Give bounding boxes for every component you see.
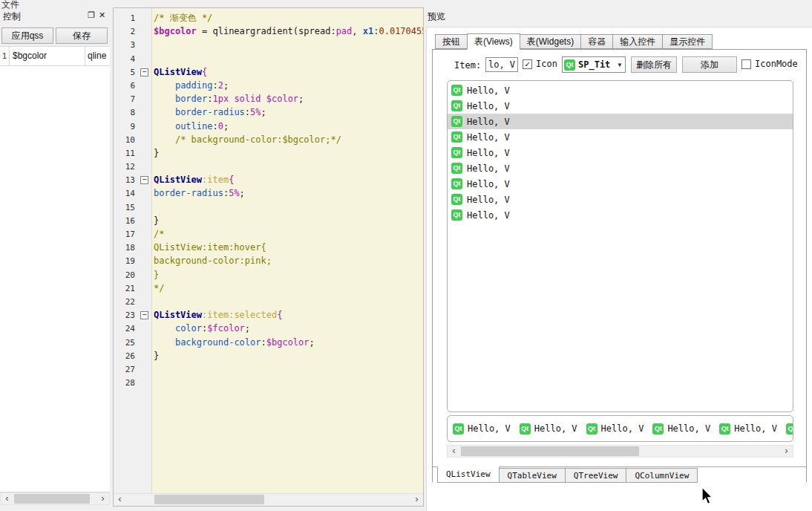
left-horizontal-scrollbar[interactable]: ‹ › xyxy=(0,492,110,505)
code-line[interactable]: 10 /* background-color:$bgcolor;*/ xyxy=(114,133,423,146)
view-type-tab[interactable]: QColumnView xyxy=(626,468,698,483)
code-line[interactable]: 7 border:1px solid $color; xyxy=(114,92,423,105)
scroll-right-arrow-icon[interactable]: › xyxy=(96,493,109,504)
list-item[interactable]: QtHello, V xyxy=(448,145,793,160)
checkbox-box[interactable] xyxy=(741,59,751,69)
list-item[interactable]: QtHello, V xyxy=(448,176,793,192)
code-line[interactable]: 27 xyxy=(114,362,423,376)
code-area[interactable]: 1/* 渐变色 */2$bgcolor = qlineargradient(sp… xyxy=(114,8,423,493)
code-line[interactable]: 8 border-radius:5%; xyxy=(114,105,423,119)
qss-code-editor[interactable]: 1/* 渐变色 */2$bgcolor = qlineargradient(sp… xyxy=(113,7,424,507)
code-line[interactable]: 3 xyxy=(114,38,423,51)
scroll-left-arrow-icon[interactable]: ‹ xyxy=(448,446,460,457)
list-item[interactable]: QtHello, V xyxy=(448,98,793,114)
list-item[interactable]: QtHello, V xyxy=(448,114,793,129)
code-line[interactable]: 24 color:$fcolor; xyxy=(114,322,423,335)
scroll-right-arrow-icon[interactable]: › xyxy=(410,494,423,506)
list-item[interactable]: QtHello, V xyxy=(652,423,710,434)
table-row[interactable]: 1 $bgcolor qline xyxy=(0,47,110,66)
preview-tab[interactable]: 表(Widgets) xyxy=(520,34,581,49)
qlistview-preview[interactable]: QtHello, VQtHello, VQtHello, VQtHello, V… xyxy=(447,80,793,412)
line-number: 14 xyxy=(114,187,137,201)
preview-tab[interactable]: 输入控件 xyxy=(612,34,663,49)
horizontal-listview-preview[interactable]: QtHello, VQtHello, VQtHello, VQtHello, V… xyxy=(447,415,793,442)
list-item[interactable]: QtHello, V xyxy=(448,207,793,223)
code-line[interactable]: 16} xyxy=(114,214,423,227)
code-line[interactable]: 14border-radius:5%; xyxy=(114,186,423,200)
code-line[interactable]: 12 xyxy=(114,160,423,173)
preview-tab[interactable]: 显示控件 xyxy=(662,34,713,49)
code-token: : xyxy=(261,337,266,348)
code-line[interactable]: 26} xyxy=(114,349,423,362)
view-type-tab[interactable]: QTableView xyxy=(499,468,566,483)
code-line[interactable]: 9 outline:0; xyxy=(114,120,423,133)
fold-marker-icon[interactable]: − xyxy=(140,176,148,184)
code-line[interactable]: 5−QListView{ xyxy=(114,65,423,79)
list-item[interactable]: QtHello, V xyxy=(448,129,793,145)
code-line[interactable]: 22 xyxy=(114,295,423,308)
code-line[interactable]: 11} xyxy=(114,146,423,160)
dock-close-icon[interactable]: ✕ xyxy=(99,10,105,20)
scrollbar-thumb[interactable] xyxy=(14,494,90,504)
list-item-label: Hello, V xyxy=(467,163,510,174)
list-item[interactable]: QtHello, V xyxy=(586,423,644,434)
iconmode-checkbox[interactable]: IconMode xyxy=(741,59,798,69)
code-line[interactable]: 28 xyxy=(114,376,423,389)
list-item[interactable]: QtHello, V xyxy=(448,160,793,176)
checkbox-box[interactable]: ✓ xyxy=(523,59,532,69)
list-item[interactable]: QtHello, V xyxy=(520,423,577,434)
code-text: outline:0; xyxy=(151,121,229,131)
preview-tab[interactable]: 按钮 xyxy=(435,34,468,49)
add-button[interactable]: 添加 xyxy=(682,56,737,73)
line-number: 17 xyxy=(114,228,137,241)
item-combobox[interactable]: lo, V xyxy=(485,57,518,72)
fold-marker-icon[interactable]: − xyxy=(140,311,148,319)
scrollbar-thumb[interactable] xyxy=(154,495,264,504)
code-token: x1 xyxy=(363,26,373,36)
code-token: : xyxy=(212,121,217,131)
code-token: outline xyxy=(175,121,213,131)
save-button[interactable]: 保存 xyxy=(56,27,108,44)
scrollbar-thumb[interactable] xyxy=(461,446,639,456)
icon-checkbox[interactable]: ✓ Icon xyxy=(523,59,557,69)
view-type-tab[interactable]: QTreeView xyxy=(565,468,627,483)
dock-float-icon[interactable]: ❐ xyxy=(88,10,95,20)
list-item-label: Hello, V xyxy=(467,179,510,189)
code-line[interactable]: 6 padding:2; xyxy=(114,79,423,92)
code-line[interactable]: 20} xyxy=(114,268,423,281)
code-line[interactable]: 25 background-color:$bgcolor; xyxy=(114,336,423,349)
code-line[interactable]: 15 xyxy=(114,201,423,214)
hlist-horizontal-scrollbar[interactable]: ‹ › xyxy=(447,445,793,458)
code-line[interactable]: 13−QListView:item{ xyxy=(114,173,423,186)
view-type-tab[interactable]: QListView xyxy=(437,466,500,483)
scroll-left-arrow-icon[interactable]: ‹ xyxy=(114,494,126,506)
code-text: QListView:item{ xyxy=(151,175,234,185)
sp-icon-combobox[interactable]: Qt SP_Tit ▼ xyxy=(562,56,626,73)
list-item[interactable]: QtHello, V xyxy=(786,423,793,434)
var-name-cell[interactable]: $bgcolor xyxy=(10,47,85,65)
code-line[interactable]: 17/* xyxy=(114,227,423,241)
code-line[interactable]: 18QListView:item:hover{ xyxy=(114,241,423,254)
code-line[interactable]: 4 xyxy=(114,52,423,65)
code-line[interactable]: 2$bgcolor = qlineargradient(spread:pad, … xyxy=(114,25,423,38)
preview-tab[interactable]: 容器 xyxy=(580,34,613,49)
list-item[interactable]: QtHello, V xyxy=(719,423,777,434)
code-line[interactable]: 1/* 渐变色 */ xyxy=(114,11,423,25)
code-token: $bgcolor xyxy=(154,26,197,36)
list-item[interactable]: QtHello, V xyxy=(448,192,793,207)
list-item[interactable]: QtHello, V xyxy=(448,82,793,98)
apply-qss-button[interactable]: 应用qss xyxy=(1,27,53,44)
code-line[interactable]: 23−QListView:item:selected{ xyxy=(114,308,423,322)
item-combobox-value: lo, V xyxy=(488,59,515,70)
list-item[interactable]: QtHello, V xyxy=(453,423,511,434)
qt-icon: Qt xyxy=(451,85,462,96)
scroll-right-arrow-icon[interactable]: › xyxy=(780,446,793,457)
delete-all-button[interactable]: 删除所有 xyxy=(631,56,677,73)
scroll-left-arrow-icon[interactable]: ‹ xyxy=(1,493,13,504)
preview-tab[interactable]: 表(Views) xyxy=(467,33,520,50)
fold-marker-icon[interactable]: − xyxy=(140,68,148,77)
code-line[interactable]: 21*/ xyxy=(114,281,423,295)
code-line[interactable]: 19background-color:pink; xyxy=(114,254,423,267)
var-value-cell[interactable]: qline xyxy=(85,47,110,65)
editor-horizontal-scrollbar[interactable]: ‹ › xyxy=(114,493,423,506)
